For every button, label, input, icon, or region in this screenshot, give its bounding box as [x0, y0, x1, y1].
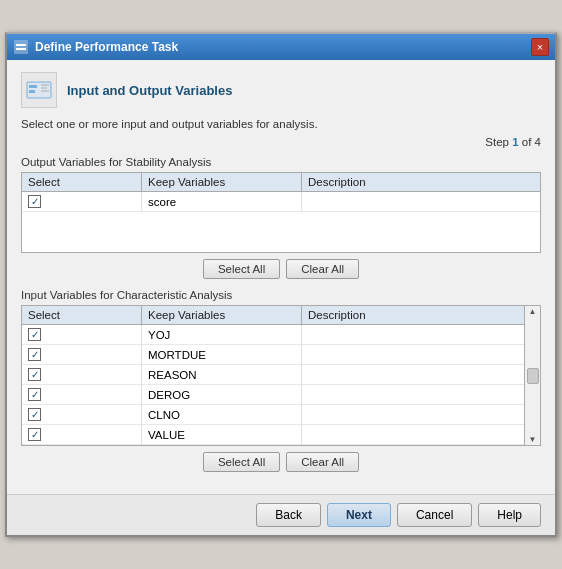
input-table-inner: Select Keep Variables Description YOJ MO…	[22, 306, 524, 445]
output-row-var: score	[142, 192, 302, 211]
window-icon	[13, 39, 29, 55]
table-row: MORTDUE	[22, 345, 524, 365]
table-row: score	[22, 192, 540, 212]
input-checkbox-4[interactable]	[28, 408, 41, 421]
io-icon	[25, 76, 53, 104]
scroll-up-arrow[interactable]: ▲	[529, 307, 537, 316]
next-button[interactable]: Next	[327, 503, 391, 527]
input-select-all-button[interactable]: Select All	[203, 452, 280, 472]
output-select-all-button[interactable]: Select All	[203, 259, 280, 279]
svg-rect-2	[16, 48, 26, 50]
input-checkbox-3[interactable]	[28, 388, 41, 401]
input-btn-row: Select All Clear All	[21, 452, 541, 472]
input-section-label: Input Variables for Characteristic Analy…	[21, 289, 541, 301]
output-empty-space	[22, 212, 540, 252]
input-variables-table: Select Keep Variables Description YOJ MO…	[21, 305, 541, 446]
table-row: REASON	[22, 365, 524, 385]
header-icon	[21, 72, 57, 108]
description-text: Select one or more input and output vari…	[21, 118, 541, 130]
input-checkbox-0[interactable]	[28, 328, 41, 341]
cancel-button[interactable]: Cancel	[397, 503, 472, 527]
table-row: DEROG	[22, 385, 524, 405]
output-checkbox-0[interactable]	[28, 195, 41, 208]
dialog-content: Input and Output Variables Select one or…	[7, 60, 555, 494]
output-btn-row: Select All Clear All	[21, 259, 541, 279]
input-checkbox-1[interactable]	[28, 348, 41, 361]
input-col-select: Select	[22, 306, 142, 324]
table-row: YOJ	[22, 325, 524, 345]
help-button[interactable]: Help	[478, 503, 541, 527]
scroll-thumb[interactable]	[527, 368, 539, 384]
input-table-body: YOJ MORTDUE REASON D	[22, 325, 524, 445]
dialog-footer: Back Next Cancel Help	[7, 494, 555, 535]
svg-rect-0	[14, 40, 28, 54]
table-row: VALUE	[22, 425, 524, 445]
input-checkbox-2[interactable]	[28, 368, 41, 381]
main-window: Define Performance Task × Input and Outp…	[5, 32, 557, 537]
output-row-select	[22, 192, 142, 211]
input-table-header: Select Keep Variables Description	[22, 306, 524, 325]
header-section: Input and Output Variables	[21, 72, 541, 108]
output-row-desc	[302, 192, 540, 211]
table-row: CLNO	[22, 405, 524, 425]
output-col-select: Select	[22, 173, 142, 191]
output-clear-all-button[interactable]: Clear All	[286, 259, 359, 279]
svg-rect-4	[29, 85, 37, 88]
input-clear-all-button[interactable]: Clear All	[286, 452, 359, 472]
output-table-header: Select Keep Variables Description	[22, 173, 540, 192]
close-button[interactable]: ×	[531, 38, 549, 56]
svg-rect-1	[16, 44, 26, 46]
input-col-keep: Keep Variables	[142, 306, 302, 324]
title-bar: Define Performance Task ×	[7, 34, 555, 60]
input-col-desc: Description	[302, 306, 524, 324]
header-title: Input and Output Variables	[67, 83, 232, 98]
step-indicator: Step 1 of 4	[21, 136, 541, 148]
scroll-down-arrow[interactable]: ▼	[529, 435, 537, 444]
svg-rect-5	[29, 90, 35, 93]
output-table-body: score	[22, 192, 540, 252]
output-variables-table: Select Keep Variables Description score	[21, 172, 541, 253]
input-checkbox-5[interactable]	[28, 428, 41, 441]
window-title: Define Performance Task	[35, 40, 178, 54]
scrollbar[interactable]: ▲ ▼	[524, 306, 540, 445]
back-button[interactable]: Back	[256, 503, 321, 527]
output-section-label: Output Variables for Stability Analysis	[21, 156, 541, 168]
output-col-keep: Keep Variables	[142, 173, 302, 191]
output-col-desc: Description	[302, 173, 540, 191]
